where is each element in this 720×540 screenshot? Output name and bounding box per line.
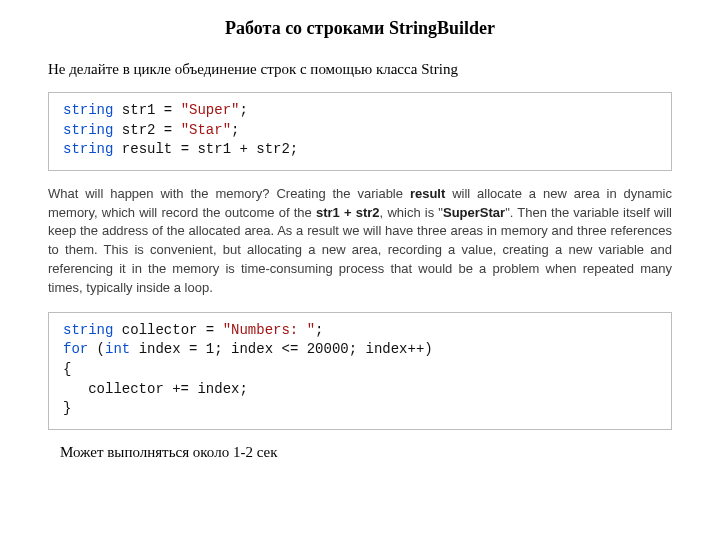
code-token: string — [63, 122, 113, 138]
footnote-text: Может выполняться около 1-2 сек — [48, 444, 672, 461]
code-token: string — [63, 322, 113, 338]
code-token: for — [63, 341, 88, 357]
code-token: result = str1 + str2; — [113, 141, 298, 157]
intro-text: Не делайте в цикле объединение строк с п… — [48, 61, 672, 78]
explain-bold: result — [410, 186, 445, 201]
code-token: str1 = — [113, 102, 180, 118]
code-token: "Super" — [181, 102, 240, 118]
code-token: str2 = — [113, 122, 180, 138]
page-title: Работа со строками StringBuilder — [48, 18, 672, 39]
code-token: "Numbers: " — [223, 322, 315, 338]
code-token: ; — [239, 102, 247, 118]
code-token: int — [105, 341, 130, 357]
explain-bold: SuperStar — [443, 205, 505, 220]
code-token: string — [63, 141, 113, 157]
explanation-paragraph: What will happen with the memory? Creati… — [48, 185, 672, 298]
code-token: { — [63, 361, 71, 377]
code-token: "Star" — [181, 122, 231, 138]
code-token: string — [63, 102, 113, 118]
code-block-2: string collector = "Numbers: "; for (int… — [48, 312, 672, 430]
explain-text: , which is " — [380, 205, 443, 220]
code-token: ; — [315, 322, 323, 338]
code-token: ; — [231, 122, 239, 138]
explain-text: What will happen with the memory? Creati… — [48, 186, 410, 201]
code-token: collector += index; — [63, 381, 248, 397]
explain-bold: str1 + str2 — [316, 205, 380, 220]
code-token: } — [63, 400, 71, 416]
code-token: index = 1; index <= 20000; index++) — [130, 341, 432, 357]
code-token: collector = — [113, 322, 222, 338]
code-block-1: string str1 = "Super"; string str2 = "St… — [48, 92, 672, 171]
code-token: ( — [88, 341, 105, 357]
